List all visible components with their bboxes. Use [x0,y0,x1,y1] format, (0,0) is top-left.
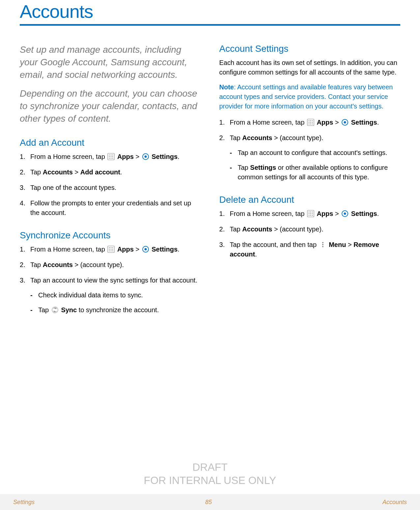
apps-icon [107,153,115,160]
add-steps: From a Home screen, tap Apps > Settings.… [20,152,201,218]
text: > [135,246,141,253]
text: Tap [38,306,51,314]
text: . [377,210,379,217]
page-title: Accounts [20,0,400,22]
footer-left: Settings [13,499,35,506]
svg-point-13 [109,247,110,248]
svg-point-44 [310,213,311,214]
svg-point-2 [111,154,112,155]
svg-point-48 [312,215,313,216]
text: > [346,241,353,248]
settings-icon [142,153,149,160]
text: Menu [329,241,346,248]
delete-step-3: Tap the account, and then tap Menu > Rem… [219,240,401,259]
text: Accounts [43,261,73,268]
text: > [335,210,341,217]
sync-sub-1: Check individual data items to sync. [30,290,201,300]
right-column: Account Settings Each account has its ow… [219,44,401,321]
note-label: Note [219,83,234,91]
sync-substeps: Check individual data items to sync. Tap… [30,290,201,315]
text: Accounts [43,168,73,176]
text: Add account [80,168,120,176]
settings-icon [341,119,349,126]
text: Tap [230,134,242,141]
watermark-line-1: DRAFT [0,461,420,474]
svg-point-16 [109,249,110,250]
settings-step-1: From a Home screen, tap Apps > Settings. [219,118,401,127]
add-step-2: Tap Accounts > Add account. [20,167,201,177]
svg-point-28 [309,120,310,121]
svg-point-21 [112,250,113,251]
text: . [178,153,180,160]
left-column: Set up and manage accounts, including yo… [20,44,201,321]
sync-steps: From a Home screen, tap Apps > Settings.… [20,245,201,315]
text: > (account type). [272,134,323,141]
svg-point-3 [112,154,113,155]
svg-point-8 [111,158,112,159]
text: . [120,168,122,176]
delete-steps: From a Home screen, tap Apps > Settings.… [219,209,401,259]
title-rule [20,24,400,26]
text: Apps [117,246,134,253]
svg-point-1 [109,154,110,155]
text: Tap [230,225,242,233]
footer-right: Accounts [382,499,407,506]
text: . [255,251,257,258]
svg-point-45 [312,213,313,214]
svg-point-5 [111,156,112,157]
text: Tap [30,261,43,268]
add-step-1: From a Home screen, tap Apps > Settings. [20,152,201,162]
svg-point-30 [312,120,313,121]
heading-add-account: Add an Account [20,137,201,148]
svg-point-35 [310,124,311,125]
sync-icon [51,306,59,314]
text: Tap [238,164,250,171]
svg-point-14 [111,247,112,248]
text: From a Home screen, tap [30,153,107,160]
svg-point-32 [310,122,311,123]
text: Apps [317,210,333,217]
svg-point-50 [344,213,346,215]
svg-point-43 [309,213,310,214]
text: > [73,168,80,176]
text: Tap [30,168,43,176]
text: Accounts [242,225,272,233]
note-text: : Account settings and available feature… [219,83,393,110]
sync-step-2: Tap Accounts > (account type). [20,260,201,270]
settings-steps: From a Home screen, tap Apps > Settings.… [219,118,401,182]
svg-point-20 [111,250,112,251]
sync-step-1: From a Home screen, tap Apps > Settings. [20,245,201,254]
account-settings-intro: Each account has its own set of settings… [219,58,401,77]
svg-point-7 [109,158,110,159]
text: Tap the account, and then tap [230,241,319,248]
svg-point-42 [312,212,313,213]
svg-point-51 [322,242,323,243]
apps-icon [107,246,115,253]
svg-point-38 [344,121,346,124]
heading-sync-accounts: Synchronize Accounts [20,230,201,241]
add-step-3: Tap one of the account types. [20,183,201,193]
text: Settings [351,119,377,126]
sync-sub-2: Tap Sync to synchronize the account. [30,305,201,315]
text: From a Home screen, tap [30,246,107,253]
watermark: DRAFT FOR INTERNAL USE ONLY [0,461,420,487]
settings-step-2: Tap Accounts > (account type). Tap an ac… [219,133,401,182]
text: . [178,246,180,253]
settings-icon [341,210,349,217]
text: . [377,119,379,126]
svg-point-9 [112,158,113,159]
svg-point-29 [310,120,311,121]
text: From a Home screen, tap [230,210,306,217]
text: to synchronize the account. [77,306,159,314]
delete-step-2: Tap Accounts > (account type). [219,225,401,234]
add-step-4: Follow the prompts to enter your credent… [20,198,201,218]
account-settings-note: Note: Account settings and available fea… [219,82,401,111]
heading-delete-account: Delete an Account [219,195,401,205]
intro-paragraph-2: Depending on the account, you can choose… [20,87,201,125]
text: Accounts [242,134,272,141]
svg-point-47 [310,215,311,216]
text: Settings [250,164,276,171]
apps-icon [307,210,314,217]
menu-icon [319,241,326,248]
text: Apps [117,153,134,160]
